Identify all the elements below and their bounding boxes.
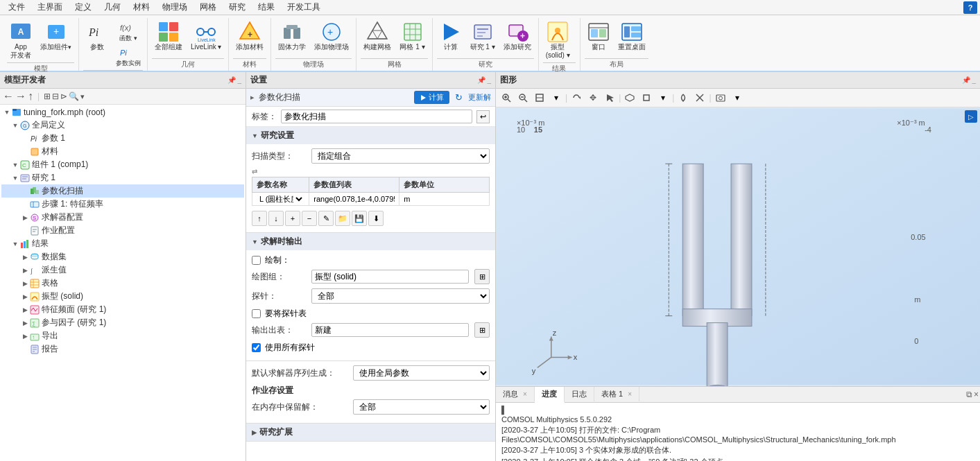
scan-type-select[interactable]: 指定组合 全因子 自定义 [311, 148, 490, 164]
tree-arrow-derived[interactable]: ▶ [21, 266, 29, 275]
bottom-panel-float-btn[interactable]: ⧉ [966, 390, 972, 399]
menu-study[interactable]: 研究 [223, 0, 251, 15]
tree-arrow-root[interactable]: ▼ [3, 108, 11, 116]
bottom-panel-close-btn[interactable]: × [974, 390, 979, 399]
tree-arrow-study1[interactable]: ▼ [11, 174, 19, 182]
tree-item-job[interactable]: ▶ 作业配置 [1, 224, 244, 237]
menu-file[interactable]: 文件 [3, 0, 31, 15]
tree-item-step1[interactable]: ▶ 步骤 1: 特征频率 [1, 198, 244, 211]
tab-log[interactable]: 日志 [565, 387, 594, 401]
param-name-select[interactable]: L (圆柱长度) [257, 194, 304, 204]
toolbar-filter-btn[interactable]: ⊳ [60, 92, 67, 101]
tree-arrow-tables[interactable]: ▶ [21, 279, 29, 288]
probe-select[interactable]: 全部 [311, 288, 490, 304]
tree-item-study1[interactable]: ▼ 研究 1 [1, 171, 244, 184]
toolbar-back-btn[interactable]: ← [3, 90, 14, 103]
tab-messages-close[interactable]: × [523, 390, 527, 398]
menu-home[interactable]: 主界面 [32, 0, 68, 15]
ribbon-btn-mode-solid[interactable]: 振型(solid) ▾ [543, 19, 573, 61]
toolbar-pan[interactable]: ✥ [585, 90, 601, 105]
probe-table-checkbox[interactable] [252, 309, 261, 318]
param-folder-btn[interactable]: 📁 [335, 211, 350, 226]
toolbar-reset-view[interactable] [676, 90, 691, 105]
ribbon-btn-livelink[interactable]: LiveLink LiveLink ▾ [188, 19, 224, 53]
tree-item-derived[interactable]: ▶ ∫ 派生值 [1, 263, 244, 277]
param-unit-input[interactable] [404, 195, 485, 203]
tree-item-export[interactable]: ▶ ↑ 导出 [1, 329, 244, 342]
tree-item-report[interactable]: ▶ 报告 [1, 342, 244, 356]
graphics-pin[interactable]: 📌 [962, 76, 970, 84]
tree-item-tables[interactable]: ▶ 表格 [1, 277, 244, 290]
ribbon-btn-add-study[interactable]: + 添加研究 [501, 19, 534, 53]
study-extension-header[interactable]: ▶ 研究扩展 [246, 424, 495, 441]
tree-item-results[interactable]: ▼ 结果 [1, 237, 244, 250]
tab-progress[interactable]: 进度 [535, 387, 565, 403]
tree-item-global-def[interactable]: ▼ G 全局定义 [1, 119, 244, 132]
plot-checkbox[interactable] [252, 256, 261, 265]
param-edit-btn[interactable]: ✎ [318, 211, 334, 226]
compute-toolbar-btn[interactable]: 计算 [414, 91, 449, 104]
tree-item-param-sweep[interactable]: ▶ 参数化扫描 [1, 184, 244, 198]
ribbon-btn-reset-desktop[interactable]: 重置桌面 [615, 19, 648, 53]
param-cell-values-0[interactable] [309, 193, 399, 206]
output-dest-browse-btn[interactable]: ⊞ [474, 322, 490, 338]
toolbar-more-dropdown[interactable]: ▾ [730, 90, 745, 105]
help-button[interactable]: ? [963, 1, 977, 14]
tab-table1-close[interactable]: × [628, 390, 632, 398]
param-delete-btn[interactable]: − [302, 211, 317, 226]
tree-arrow-results[interactable]: ▼ [11, 240, 19, 248]
menu-material[interactable]: 材料 [128, 0, 155, 15]
center-panel-minimize[interactable]: _ [487, 76, 491, 84]
plot-group-input[interactable] [311, 270, 469, 284]
ribbon-btn-app-developer[interactable]: A App开发者 [7, 19, 35, 61]
refresh-btn[interactable]: ↻ [455, 92, 463, 103]
toolbar-expand-all-btn[interactable]: ⊞ [44, 92, 51, 101]
toolbar-up-btn[interactable]: ↑ [28, 90, 33, 103]
toolbar-zoom-dropdown[interactable]: ▾ [549, 90, 564, 105]
param-move-down-btn[interactable]: ↓ [268, 211, 284, 226]
solver-seq-select[interactable]: 使用全局参数 自动 手动 [353, 365, 490, 381]
graphics-corner-btn[interactable]: ▷ [965, 110, 977, 123]
tree-arrow-char-freq[interactable]: ▶ [21, 306, 29, 314]
toolbar-clipping[interactable] [692, 90, 707, 105]
toolbar-3d-view[interactable] [622, 90, 637, 105]
tree-arrow-global[interactable]: ▼ [11, 121, 19, 130]
in-memory-select[interactable]: 全部 最后 无 [353, 399, 490, 415]
menu-mesh[interactable]: 网格 [194, 0, 222, 15]
param-values-input[interactable] [313, 195, 395, 203]
ribbon-btn-study1[interactable]: 研究 1 ▾ [467, 19, 498, 53]
toolbar-view-dropdown[interactable]: ▾ [655, 90, 671, 105]
toolbar-screenshot[interactable] [713, 90, 728, 105]
tree-item-solver[interactable]: ▶ S 求解器配置 [1, 211, 244, 224]
param-add-btn[interactable]: + [285, 211, 300, 226]
tab-table1[interactable]: 表格 1 × [594, 387, 639, 401]
label-reset-btn[interactable]: ↩ [476, 110, 490, 123]
left-panel-pin[interactable]: 📌 [227, 76, 236, 84]
graphics-minimize[interactable]: _ [972, 76, 976, 84]
toolbar-search-btn[interactable]: 🔍 [69, 92, 79, 101]
tree-item-params1[interactable]: ▶ Pi 参数 1 [1, 132, 244, 145]
output-dest-input[interactable] [311, 323, 469, 337]
toolbar-forward-btn[interactable]: → [15, 90, 26, 103]
toolbar-zoom-out[interactable] [515, 90, 531, 105]
label-input[interactable] [281, 110, 472, 123]
tree-arrow-datasets[interactable]: ▶ [21, 253, 29, 261]
solver-output-header[interactable]: ▼ 求解时输出 [246, 233, 495, 250]
ribbon-btn-params-impl[interactable]: Pi 参数实例 [114, 44, 143, 69]
plot-group-browse-btn[interactable]: ⊞ [474, 269, 490, 284]
menu-define[interactable]: 定义 [69, 0, 97, 15]
tree-item-comp1[interactable]: ▼ C 组件 1 (comp1) [1, 158, 244, 171]
menu-results[interactable]: 结果 [252, 0, 280, 15]
ribbon-btn-functions[interactable]: f(x) 函数 ▾ [114, 19, 143, 44]
ribbon-btn-build-mesh[interactable]: 构建网格 [361, 19, 394, 53]
tree-arrow-export[interactable]: ▶ [21, 332, 29, 340]
use-all-probes-checkbox[interactable] [252, 343, 261, 352]
param-move-up-btn[interactable]: ↑ [252, 211, 267, 226]
toolbar-select[interactable] [602, 90, 617, 105]
toolbar-rotate[interactable] [569, 90, 584, 105]
tree-item-char-freq[interactable]: ▶ 特征频面 (研究 1) [1, 303, 244, 316]
toolbar-zoom-in[interactable] [499, 90, 514, 105]
tree-item-datasets[interactable]: ▶ 数据集 [1, 250, 244, 263]
toolbar-collapse-all-btn[interactable]: ⊟ [52, 92, 59, 101]
toolbar-zoom-fit[interactable] [532, 90, 547, 105]
